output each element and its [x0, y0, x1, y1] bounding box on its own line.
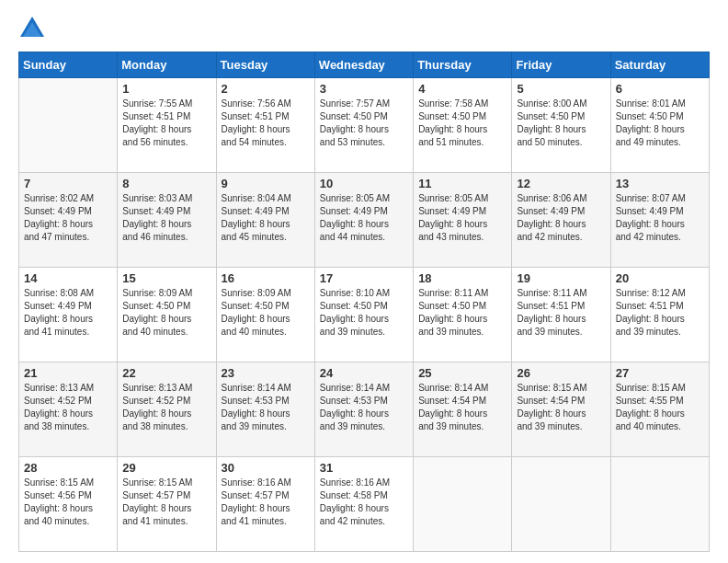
calendar-table: SundayMondayTuesdayWednesdayThursdayFrid…: [18, 52, 710, 552]
day-number: 27: [616, 366, 704, 380]
calendar-week-2: 14Sunrise: 8:08 AMSunset: 4:49 PMDayligh…: [19, 268, 710, 362]
calendar-cell: 8Sunrise: 8:03 AMSunset: 4:49 PMDaylight…: [118, 173, 216, 268]
calendar-cell: 5Sunrise: 8:00 AMSunset: 4:50 PMDaylight…: [512, 78, 610, 173]
calendar-header-saturday: Saturday: [610, 52, 709, 78]
day-number: 11: [418, 177, 506, 190]
day-number: 10: [320, 177, 408, 190]
calendar-cell: 12Sunrise: 8:06 AMSunset: 4:49 PMDayligh…: [512, 173, 610, 268]
calendar-cell: [610, 457, 709, 552]
day-info: Sunrise: 8:14 AMSunset: 4:53 PMDaylight:…: [320, 382, 408, 433]
calendar-cell: 6Sunrise: 8:01 AMSunset: 4:50 PMDaylight…: [610, 78, 709, 173]
day-info: Sunrise: 8:08 AMSunset: 4:49 PMDaylight:…: [24, 287, 112, 339]
calendar-cell: 20Sunrise: 8:12 AMSunset: 4:51 PMDayligh…: [610, 268, 709, 362]
day-number: 2: [222, 82, 310, 96]
calendar-cell: [414, 457, 512, 552]
calendar-week-0: 1Sunrise: 7:55 AMSunset: 4:51 PMDaylight…: [19, 78, 710, 173]
day-number: 5: [517, 82, 605, 96]
day-number: 23: [222, 366, 310, 380]
day-number: 3: [320, 82, 408, 96]
calendar-cell: 21Sunrise: 8:13 AMSunset: 4:52 PMDayligh…: [19, 362, 118, 457]
day-number: 6: [616, 82, 704, 96]
day-info: Sunrise: 8:13 AMSunset: 4:52 PMDaylight:…: [122, 382, 210, 433]
calendar-cell: 18Sunrise: 8:11 AMSunset: 4:50 PMDayligh…: [414, 268, 512, 362]
calendar-header-tuesday: Tuesday: [216, 52, 314, 78]
calendar-cell: 27Sunrise: 8:15 AMSunset: 4:55 PMDayligh…: [610, 362, 709, 457]
day-info: Sunrise: 8:01 AMSunset: 4:50 PMDaylight:…: [616, 98, 704, 149]
logo: [18, 15, 50, 42]
calendar-cell: 25Sunrise: 8:14 AMSunset: 4:54 PMDayligh…: [414, 362, 512, 457]
calendar-cell: 15Sunrise: 8:09 AMSunset: 4:50 PMDayligh…: [118, 268, 216, 362]
calendar-week-1: 7Sunrise: 8:02 AMSunset: 4:49 PMDaylight…: [19, 173, 710, 268]
day-info: Sunrise: 8:16 AMSunset: 4:58 PMDaylight:…: [320, 477, 408, 528]
calendar-cell: 2Sunrise: 7:56 AMSunset: 4:51 PMDaylight…: [216, 78, 314, 173]
day-number: 29: [122, 461, 210, 475]
calendar-cell: 14Sunrise: 8:08 AMSunset: 4:49 PMDayligh…: [19, 268, 118, 362]
calendar-cell: 30Sunrise: 8:16 AMSunset: 4:57 PMDayligh…: [216, 457, 314, 552]
day-info: Sunrise: 8:07 AMSunset: 4:49 PMDaylight:…: [616, 192, 704, 244]
day-number: 12: [517, 177, 605, 190]
day-info: Sunrise: 8:15 AMSunset: 4:54 PMDaylight:…: [517, 382, 605, 433]
day-number: 13: [616, 177, 704, 190]
calendar-cell: 4Sunrise: 7:58 AMSunset: 4:50 PMDaylight…: [414, 78, 512, 173]
day-info: Sunrise: 8:15 AMSunset: 4:55 PMDaylight:…: [616, 382, 704, 433]
day-info: Sunrise: 8:11 AMSunset: 4:50 PMDaylight:…: [418, 287, 506, 339]
day-number: 16: [222, 271, 310, 285]
calendar-cell: 31Sunrise: 8:16 AMSunset: 4:58 PMDayligh…: [314, 457, 413, 552]
calendar-cell: 10Sunrise: 8:05 AMSunset: 4:49 PMDayligh…: [314, 173, 413, 268]
day-info: Sunrise: 8:10 AMSunset: 4:50 PMDaylight:…: [320, 287, 408, 339]
calendar-cell: 3Sunrise: 7:57 AMSunset: 4:50 PMDaylight…: [314, 78, 413, 173]
logo-icon: [18, 15, 46, 42]
day-info: Sunrise: 8:15 AMSunset: 4:57 PMDaylight:…: [122, 477, 210, 528]
day-info: Sunrise: 8:12 AMSunset: 4:51 PMDaylight:…: [616, 287, 704, 339]
day-number: 20: [616, 271, 704, 285]
calendar-cell: 26Sunrise: 8:15 AMSunset: 4:54 PMDayligh…: [512, 362, 610, 457]
day-info: Sunrise: 8:09 AMSunset: 4:50 PMDaylight:…: [222, 287, 310, 339]
calendar-cell: 7Sunrise: 8:02 AMSunset: 4:49 PMDaylight…: [19, 173, 118, 268]
day-number: 8: [122, 177, 210, 190]
day-number: 28: [24, 461, 112, 475]
calendar-cell: 23Sunrise: 8:14 AMSunset: 4:53 PMDayligh…: [216, 362, 314, 457]
day-info: Sunrise: 8:05 AMSunset: 4:49 PMDaylight:…: [320, 192, 408, 244]
day-number: 4: [418, 82, 506, 96]
day-info: Sunrise: 7:57 AMSunset: 4:50 PMDaylight:…: [320, 98, 408, 149]
calendar-cell: [19, 78, 118, 173]
calendar-cell: 28Sunrise: 8:15 AMSunset: 4:56 PMDayligh…: [19, 457, 118, 552]
day-number: 14: [24, 271, 112, 285]
calendar-cell: 24Sunrise: 8:14 AMSunset: 4:53 PMDayligh…: [314, 362, 413, 457]
page: SundayMondayTuesdayWednesdayThursdayFrid…: [0, 0, 728, 563]
calendar-cell: 9Sunrise: 8:04 AMSunset: 4:49 PMDaylight…: [216, 173, 314, 268]
day-info: Sunrise: 8:13 AMSunset: 4:52 PMDaylight:…: [24, 382, 112, 433]
calendar-cell: 11Sunrise: 8:05 AMSunset: 4:49 PMDayligh…: [414, 173, 512, 268]
day-info: Sunrise: 8:00 AMSunset: 4:50 PMDaylight:…: [517, 98, 605, 149]
calendar-header-sunday: Sunday: [19, 52, 118, 78]
calendar-header-friday: Friday: [512, 52, 610, 78]
day-info: Sunrise: 8:04 AMSunset: 4:49 PMDaylight:…: [222, 192, 310, 244]
day-info: Sunrise: 7:55 AMSunset: 4:51 PMDaylight:…: [122, 98, 210, 149]
calendar-header-wednesday: Wednesday: [314, 52, 413, 78]
day-info: Sunrise: 8:14 AMSunset: 4:54 PMDaylight:…: [418, 382, 506, 433]
day-number: 30: [222, 461, 310, 475]
calendar-cell: 16Sunrise: 8:09 AMSunset: 4:50 PMDayligh…: [216, 268, 314, 362]
calendar-cell: 17Sunrise: 8:10 AMSunset: 4:50 PMDayligh…: [314, 268, 413, 362]
calendar-cell: 19Sunrise: 8:11 AMSunset: 4:51 PMDayligh…: [512, 268, 610, 362]
day-number: 25: [418, 366, 506, 380]
day-number: 22: [122, 366, 210, 380]
calendar-cell: 29Sunrise: 8:15 AMSunset: 4:57 PMDayligh…: [118, 457, 216, 552]
day-number: 7: [24, 177, 112, 190]
day-number: 15: [122, 271, 210, 285]
day-info: Sunrise: 7:58 AMSunset: 4:50 PMDaylight:…: [418, 98, 506, 149]
calendar-cell: [512, 457, 610, 552]
day-number: 17: [320, 271, 408, 285]
day-info: Sunrise: 8:16 AMSunset: 4:57 PMDaylight:…: [222, 477, 310, 528]
day-info: Sunrise: 8:15 AMSunset: 4:56 PMDaylight:…: [24, 477, 112, 528]
day-info: Sunrise: 8:11 AMSunset: 4:51 PMDaylight:…: [517, 287, 605, 339]
day-number: 18: [418, 271, 506, 285]
day-info: Sunrise: 7:56 AMSunset: 4:51 PMDaylight:…: [222, 98, 310, 149]
day-number: 21: [24, 366, 112, 380]
calendar-header-row: SundayMondayTuesdayWednesdayThursdayFrid…: [19, 52, 710, 78]
day-info: Sunrise: 8:05 AMSunset: 4:49 PMDaylight:…: [418, 192, 506, 244]
calendar-header-thursday: Thursday: [414, 52, 512, 78]
day-number: 26: [517, 366, 605, 380]
day-number: 1: [122, 82, 210, 96]
day-info: Sunrise: 8:03 AMSunset: 4:49 PMDaylight:…: [122, 192, 210, 244]
